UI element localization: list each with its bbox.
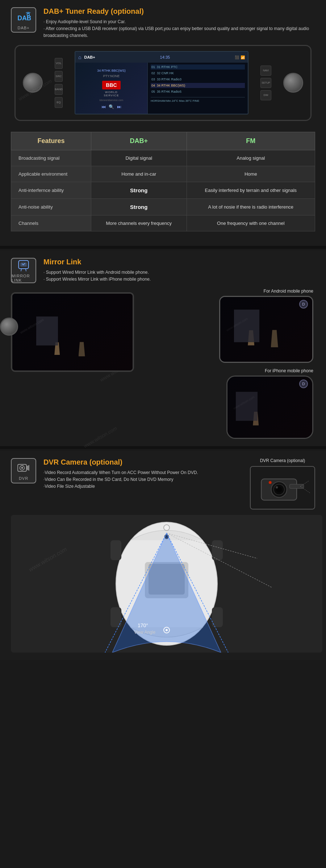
row5-fm: One frequency with one channel: [187, 215, 315, 231]
car-top-view-svg: 170° View Angle: [11, 515, 322, 653]
channel-item-3[interactable]: 03 33 RTHK Radio3: [151, 77, 245, 82]
prev-icon[interactable]: ⏮: [101, 104, 106, 109]
android-d-badge: D: [299, 300, 308, 309]
iphone-d-badge: D: [299, 380, 308, 388]
svg-point-16: [269, 481, 272, 484]
dab-header: DAB DAB+ DAB+ Tuner Ready (optional) · E…: [11, 7, 315, 39]
screen-content: 34 RTHK BBC(WS) PTY:NONE BBC WORLDSERVIC…: [75, 63, 248, 114]
car-unit: VOL SRC BAND EQ ⌂ DAB+ 14:35 ⬛ 📶: [14, 45, 312, 121]
dvr-camera-block: DVR Camera (optional): [250, 458, 315, 510]
row1-feature: Broadcasting signal: [11, 150, 91, 166]
mirror-icon-label: MIRROR LINK: [12, 274, 35, 282]
svg-point-12: [276, 486, 278, 488]
next-icon[interactable]: ⏭: [117, 104, 121, 109]
row2-fm: Home: [187, 166, 315, 182]
table-row: Channels More channels every frequency O…: [11, 215, 315, 231]
dab-icon-label: DAB+: [17, 26, 29, 30]
dab-icon-svg: DAB: [16, 10, 31, 25]
station-name: 34 RTHK BBC(WS): [97, 69, 125, 72]
section-divider-2: [0, 446, 326, 449]
dab-icon-box: DAB DAB+: [11, 7, 36, 33]
iphone-label: For iPhone mobile phone: [226, 368, 313, 373]
car-unit-container: VOL SRC BAND EQ ⌂ DAB+ 14:35 ⬛ 📶: [11, 45, 315, 121]
mirror-icon-svg: [16, 259, 31, 273]
car-main-screen: ⌂ DAB+ 14:35 ⬛ 📶 34 RTHK BBC(WS) PTY:NON…: [75, 51, 248, 114]
channel-item-5[interactable]: 05 35 RTHK Radio5: [151, 89, 245, 94]
dab-desc2: · After connecting a USB DAB receiver (o…: [43, 25, 315, 39]
iphone-block: For iPhone mobile phone D www.witson.com: [226, 368, 313, 439]
android-phone-label: For Android mobile phone: [219, 289, 313, 294]
row3-feature: Anti-interfernce ability: [11, 182, 91, 198]
header-fm: FM: [187, 132, 315, 150]
android-phone-screen: D www.witson.com: [220, 297, 312, 362]
table-row: Broadcasting signal Digital signal Analo…: [11, 150, 315, 166]
svg-rect-13: [290, 484, 304, 488]
dvr-icon-svg: [16, 461, 31, 475]
vol-button[interactable]: VOL: [55, 58, 63, 69]
dvr-desc2: ·Video Can Be Recorded in the SD Card, D…: [43, 476, 198, 483]
row4-fm: A lot of nosie if there is radio interfe…: [187, 198, 315, 215]
car-top-view: www.witson.com: [11, 515, 322, 653]
row5-feature: Channels: [11, 215, 91, 231]
car-left-knob[interactable]: [23, 73, 43, 93]
channel-item-4-active[interactable]: 04 34 RTHK BBC(WS): [151, 83, 245, 88]
eq-button[interactable]: EQ: [55, 97, 63, 108]
pty-display: PTY:NONE: [103, 74, 120, 78]
dim-button[interactable]: DIM: [260, 90, 271, 100]
row2-dab: Home and in-car: [91, 166, 187, 182]
dvr-text: DVR Camera (optional) ·Video Record Auto…: [43, 458, 198, 490]
channel-item-1[interactable]: 01 31 RTHK PTC: [151, 64, 245, 70]
eq-btn-mirror[interactable]: EQ: [11, 335, 12, 344]
car-screen-game: www.witson.com: [12, 294, 133, 370]
svg-point-6: [21, 467, 23, 469]
mirror-section: www.witson.com www.witson.com MIRROR LIN…: [0, 251, 326, 446]
screen-nav-icons: ⌂ DAB+: [78, 54, 95, 60]
home-icon[interactable]: ⌂: [78, 54, 81, 60]
search-icon[interactable]: 🔍: [109, 104, 114, 109]
comparison-table: Features DAB+ FM Broadcasting signal Dig…: [11, 132, 315, 231]
mirror-icon-box: MIRROR LINK: [11, 258, 36, 283]
table-row: Anti-interfernce ability Strong Easily i…: [11, 182, 315, 198]
section-divider-1: [0, 246, 326, 249]
android-phone-block: For Android mobile phone D www.witson.co…: [219, 289, 313, 363]
setup-button[interactable]: SETUP: [260, 78, 271, 88]
screen-topbar: ⌂ DAB+ 14:35 ⬛ 📶: [75, 52, 248, 63]
header-features: Features: [11, 132, 91, 150]
svg-point-35: [166, 629, 168, 631]
navi-button[interactable]: NAVI: [260, 66, 271, 76]
weather-display: HORSHAM:Min.16°C Max.39°C FINE: [151, 97, 245, 102]
dvr-desc3: ·Video File Size Adjustable: [43, 483, 198, 490]
row2-feature: Applicable environment: [11, 166, 91, 182]
car-unit-mirror: www.witson.com VOL SRC BAND EQ: [11, 292, 134, 372]
table-row: Anti-noise ability Strong A lot of nosie…: [11, 198, 315, 215]
bbc-logo: BBC: [102, 81, 120, 89]
dvr-icon-box: DVR: [11, 458, 36, 483]
dvr-header-row: DVR DVR Camera (optional) ·Video Record …: [11, 458, 315, 510]
row4-dab: Strong: [91, 198, 187, 215]
table-header-row: Features DAB+ FM: [11, 132, 315, 150]
src-button[interactable]: SRC: [55, 71, 63, 82]
car-knob-left-mirror[interactable]: [0, 318, 18, 336]
car-side-controls-left: VOL SRC BAND EQ: [55, 58, 63, 108]
usb-icon: ⬛: [235, 55, 239, 59]
comparison-table-container: Features DAB+ FM Broadcasting signal Dig…: [11, 126, 315, 237]
playback-controls[interactable]: ⏮ 🔍 ⏭: [101, 104, 121, 109]
table-row: Applicable environment Home and in-car H…: [11, 166, 315, 182]
dvr-icon-label: DVR: [19, 476, 28, 481]
band-button[interactable]: BAND: [55, 84, 63, 95]
dab-feature-text: DAB+ Tuner Ready (optional) · Enjoy Audi…: [43, 7, 315, 39]
channel-item-2[interactable]: 02 32 CNR HK: [151, 71, 245, 76]
car-right-knob[interactable]: [283, 73, 303, 93]
dab-desc1: · Enjoy Audiophile-level Sound in your C…: [43, 18, 315, 25]
row3-dab: Strong: [91, 182, 187, 198]
phones-area: For Android mobile phone D www.witson.co…: [141, 289, 319, 439]
svg-rect-21: [110, 540, 121, 560]
row1-dab: Digital signal: [91, 150, 187, 166]
dvr-camera-label: DVR Camera (optional): [260, 458, 305, 463]
mirror-main-content: www.witson.com VOL SRC BAND EQ For Andro…: [11, 289, 319, 439]
vol-btn-mirror[interactable]: VOL: [11, 299, 12, 310]
svg-text:170°: 170°: [138, 622, 148, 628]
dvr-camera-svg: [251, 466, 314, 510]
screen-time: 14:35: [160, 55, 170, 59]
screen-status-icons: ⬛ 📶: [235, 55, 245, 59]
